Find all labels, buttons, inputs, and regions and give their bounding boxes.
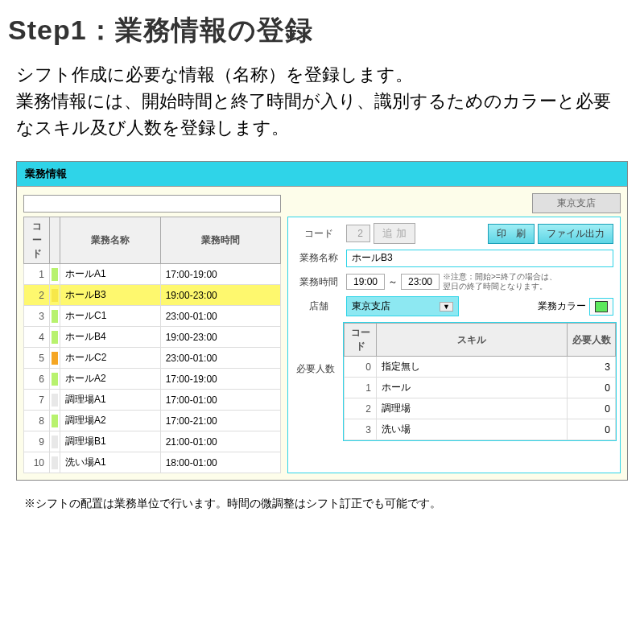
skill-cell-count: 3 (568, 357, 616, 378)
label-time: 業務時間 (295, 273, 343, 291)
store-display-top: 東京支店 (532, 193, 621, 213)
cell-name: 洗い場A1 (60, 452, 161, 473)
table-row[interactable]: 6ホールA217:00-19:00 (24, 369, 281, 390)
skill-row[interactable]: 2調理場0 (345, 398, 616, 419)
skill-cell-code: 0 (345, 357, 377, 378)
skill-row[interactable]: 3洗い場0 (345, 419, 616, 440)
table-row[interactable]: 1ホールA117:00-19:00 (24, 264, 281, 285)
add-button[interactable]: 追 加 (374, 223, 415, 244)
skill-cell-count: 0 (568, 419, 616, 440)
cell-name: ホールC1 (60, 306, 161, 327)
cell-color (50, 285, 60, 306)
label-count: 必要人数 (291, 322, 340, 378)
table-row[interactable]: 2ホールB319:00-23:00 (24, 285, 281, 306)
cell-color (50, 327, 60, 348)
cell-code: 9 (24, 431, 50, 452)
desc-line1: シフト作成に必要な情報（名称）を登録します。 (16, 61, 628, 88)
cell-code: 1 (24, 264, 50, 285)
table-row[interactable]: 4ホールB419:00-23:00 (24, 327, 281, 348)
skill-cell-count: 0 (568, 398, 616, 419)
row-code: コード 2 追 加 印 刷 ファイル出力 (291, 221, 617, 246)
table-row[interactable]: 10洗い場A118:00-01:00 (24, 452, 281, 473)
cell-color (50, 264, 60, 285)
cell-name: 調理場A1 (60, 390, 161, 411)
time-note: ※注意：開始>=終了の場合は、 翌日の終了時間となります。 (443, 272, 557, 291)
cell-time: 18:00-01:00 (160, 452, 280, 473)
skill-row[interactable]: 1ホール0 (345, 378, 616, 398)
cell-color (50, 452, 60, 473)
cell-time: 23:00-01:00 (160, 348, 280, 369)
title-prefix: Step1： (8, 14, 115, 45)
title-main: 業務情報の登録 (115, 14, 313, 45)
skill-cell-code: 1 (345, 378, 377, 398)
cell-name: 調理場B1 (60, 431, 161, 452)
row-skill: 必要人数 コード スキル 必要人数 0指定無し31ホール02調理場03洗い場0 (291, 322, 617, 441)
cell-name: ホールB3 (60, 285, 161, 306)
table-row[interactable]: 5ホールC223:00-01:00 (24, 348, 281, 369)
cell-time: 21:00-01:00 (160, 431, 280, 452)
cell-name: ホールA1 (60, 264, 161, 285)
row-time: 業務時間 ～ ※注意：開始>=終了の場合は、 翌日の終了時間となります。 (291, 270, 617, 294)
cell-color (50, 348, 60, 369)
color-preview (595, 301, 608, 312)
cell-color (50, 411, 60, 431)
cell-color (50, 431, 60, 452)
skill-cell-name: 洗い場 (377, 419, 568, 440)
cell-time: 19:00-23:00 (160, 285, 280, 306)
store-select[interactable]: 東京支店 ▼ (346, 296, 459, 316)
time-end-input[interactable] (401, 274, 440, 290)
skill-col-skill: スキル (377, 324, 568, 357)
table-row[interactable]: 9調理場B121:00-01:00 (24, 431, 281, 452)
color-picker[interactable] (589, 298, 613, 316)
cell-name: ホールC2 (60, 348, 161, 369)
skill-cell-count: 0 (568, 378, 616, 398)
cell-code: 5 (24, 348, 50, 369)
top-bar: 東京支店 (17, 187, 627, 217)
cell-time: 17:00-21:00 (160, 411, 280, 431)
time-start-input[interactable] (346, 274, 385, 290)
skill-cell-code: 2 (345, 398, 377, 419)
col-time: 業務時間 (160, 217, 280, 264)
row-store: 店舗 東京支店 ▼ 業務カラー (291, 294, 617, 319)
desc-line2: 業務情報には、開始時間と終了時間が入り、識別するためのカラーと必要なスキル及び人… (16, 88, 628, 141)
cell-name: ホールA2 (60, 369, 161, 390)
skill-cell-name: ホール (377, 378, 568, 398)
label-name: 業務名称 (295, 249, 343, 267)
cell-code: 3 (24, 306, 50, 327)
col-color (50, 217, 60, 264)
table-row[interactable]: 3ホールC123:00-01:00 (24, 306, 281, 327)
search-input[interactable] (23, 195, 281, 213)
label-color: 業務カラー (538, 299, 586, 313)
col-code: コード (24, 217, 50, 264)
left-panel: コード 業務名称 業務時間 1ホールA117:00-19:002ホールB319:… (23, 217, 281, 473)
col-name: 業務名称 (60, 217, 161, 264)
skill-cell-name: 指定無し (377, 357, 568, 378)
skill-cell-name: 調理場 (377, 398, 568, 419)
skill-row[interactable]: 0指定無し3 (345, 357, 616, 378)
cell-color (50, 390, 60, 411)
store-select-value: 東京支店 (352, 299, 390, 313)
code-value: 2 (346, 225, 370, 242)
table-row[interactable]: 7調理場A117:00-01:00 (24, 390, 281, 411)
file-output-button[interactable]: ファイル出力 (538, 224, 613, 244)
footer-note: ※シフトの配置は業務単位で行います。時間の微調整はシフト訂正でも可能です。 (0, 481, 644, 527)
skill-cell-code: 3 (345, 419, 377, 440)
window-title: 業務情報 (17, 162, 627, 187)
name-input[interactable] (346, 250, 613, 267)
task-list-table: コード 業務名称 業務時間 1ホールA117:00-19:002ホールB319:… (23, 217, 281, 473)
table-row[interactable]: 8調理場A217:00-21:00 (24, 411, 281, 431)
cell-name: ホールB4 (60, 327, 161, 348)
skill-col-code: コード (345, 324, 377, 357)
skill-col-count: 必要人数 (568, 324, 616, 357)
cell-code: 7 (24, 390, 50, 411)
label-code: コード (295, 225, 343, 243)
print-button[interactable]: 印 刷 (488, 224, 535, 244)
content-area: コード 業務名称 業務時間 1ホールA117:00-19:002ホールB319:… (17, 217, 627, 480)
cell-code: 10 (24, 452, 50, 473)
cell-code: 6 (24, 369, 50, 390)
cell-time: 17:00-01:00 (160, 390, 280, 411)
cell-code: 2 (24, 285, 50, 306)
cell-name: 調理場A2 (60, 411, 161, 431)
right-panel: コード 2 追 加 印 刷 ファイル出力 業務名称 業務時間 ～ ※注意：開始>… (287, 217, 621, 473)
skill-table: コード スキル 必要人数 0指定無し31ホール02調理場03洗い場0 (344, 323, 616, 440)
